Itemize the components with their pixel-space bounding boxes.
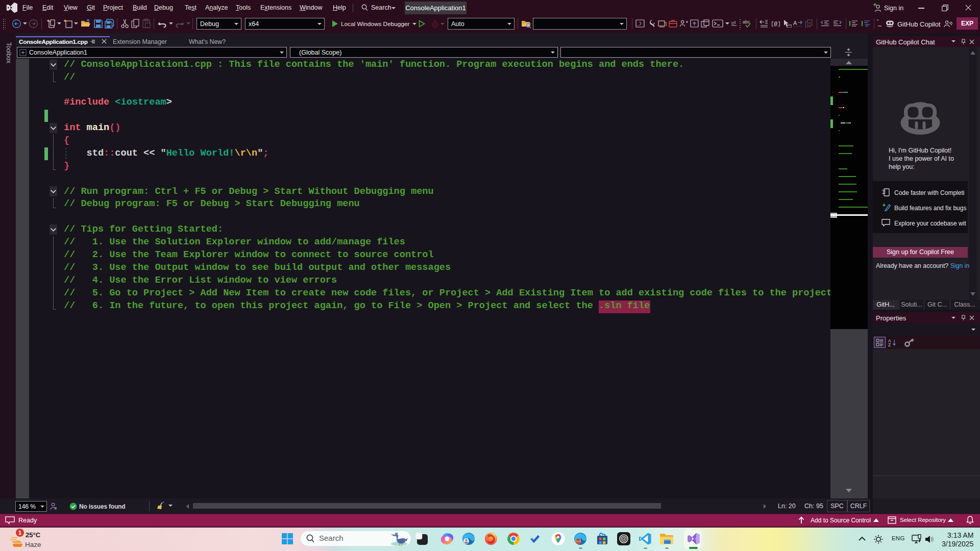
svg-text:Z: Z xyxy=(888,342,891,347)
svg-text:“: “ xyxy=(877,19,878,24)
svg-text:abc: abc xyxy=(743,19,750,24)
svg-text:A: A xyxy=(793,20,797,26)
svg-text:[@]: [@] xyxy=(771,21,780,27)
